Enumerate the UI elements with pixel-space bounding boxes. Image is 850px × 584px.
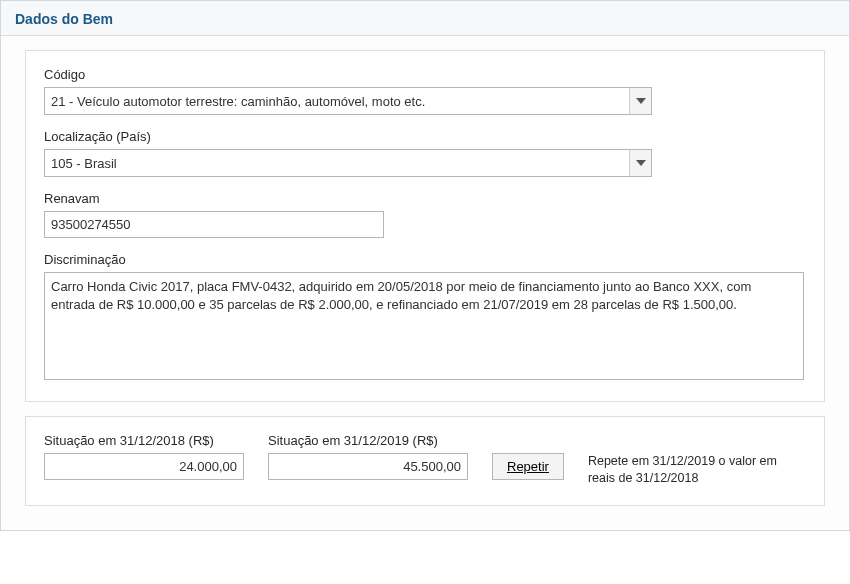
situacao-2018-label: Situação em 31/12/2018 (R$) <box>44 433 244 448</box>
renavam-label: Renavam <box>44 191 806 206</box>
situacao-2019-field: Situação em 31/12/2019 (R$) <box>268 433 468 480</box>
repetir-button[interactable]: Repetir <box>492 453 564 480</box>
asset-data-panel: Dados do Bem Código 21 - Veículo automot… <box>0 0 850 531</box>
situacao-2019-label: Situação em 31/12/2019 (R$) <box>268 433 468 448</box>
repetir-hint: Repete em 31/12/2019 o valor em reais de… <box>588 453 806 487</box>
localizacao-field: Localização (País) 105 - Brasil <box>44 129 806 177</box>
codigo-field: Código 21 - Veículo automotor terrestre:… <box>44 67 806 115</box>
situacao-2018-field: Situação em 31/12/2018 (R$) <box>44 433 244 480</box>
renavam-field: Renavam <box>44 191 806 238</box>
renavam-input[interactable] <box>44 211 384 238</box>
codigo-select[interactable]: 21 - Veículo automotor terrestre: caminh… <box>44 87 652 115</box>
main-fields-group: Código 21 - Veículo automotor terrestre:… <box>25 50 825 402</box>
localizacao-select[interactable]: 105 - Brasil <box>44 149 652 177</box>
situacao-2019-input[interactable] <box>268 453 468 480</box>
panel-title: Dados do Bem <box>1 1 849 36</box>
discriminacao-field: Discriminação Carro Honda Civic 2017, pl… <box>44 252 806 383</box>
discriminacao-textarea[interactable]: Carro Honda Civic 2017, placa FMV-0432, … <box>44 272 804 380</box>
localizacao-label: Localização (País) <box>44 129 806 144</box>
situacao-group: Situação em 31/12/2018 (R$) Situação em … <box>25 416 825 506</box>
situacao-2018-input[interactable] <box>44 453 244 480</box>
codigo-label: Código <box>44 67 806 82</box>
discriminacao-label: Discriminação <box>44 252 806 267</box>
